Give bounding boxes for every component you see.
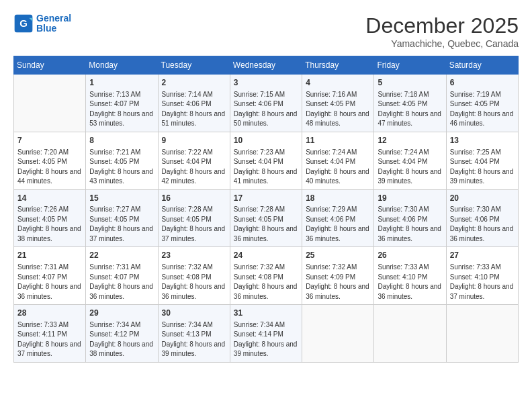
weekday-header-cell: Monday xyxy=(86,56,158,75)
calendar-day-cell: 11Sunrise: 7:24 AMSunset: 4:04 PMDayligh… xyxy=(302,132,374,189)
day-detail: Sunrise: 7:31 AMSunset: 4:07 PMDaylight:… xyxy=(17,263,82,302)
calendar-week-row: 1Sunrise: 7:13 AMSunset: 4:07 PMDaylight… xyxy=(14,75,519,132)
day-detail: Sunrise: 7:14 AMSunset: 4:06 PMDaylight:… xyxy=(162,90,226,129)
day-detail: Sunrise: 7:30 AMSunset: 4:06 PMDaylight:… xyxy=(450,205,515,244)
day-number: 16 xyxy=(162,193,226,204)
day-number: 14 xyxy=(17,193,82,204)
calendar-day-cell: 29Sunrise: 7:34 AMSunset: 4:12 PMDayligh… xyxy=(86,305,158,363)
day-detail: Sunrise: 7:34 AMSunset: 4:13 PMDaylight:… xyxy=(162,320,226,359)
calendar-day-cell: 10Sunrise: 7:23 AMSunset: 4:04 PMDayligh… xyxy=(230,132,302,189)
calendar-day-cell: 2Sunrise: 7:14 AMSunset: 4:06 PMDaylight… xyxy=(158,75,230,132)
calendar-day-cell: 20Sunrise: 7:30 AMSunset: 4:06 PMDayligh… xyxy=(446,189,518,247)
page-header: G General Blue December 2025 Yamachiche,… xyxy=(13,13,519,49)
calendar-day-cell: 27Sunrise: 7:33 AMSunset: 4:10 PMDayligh… xyxy=(446,247,518,305)
logo: G General Blue xyxy=(13,13,71,34)
day-detail: Sunrise: 7:34 AMSunset: 4:14 PMDaylight:… xyxy=(234,320,298,359)
day-number: 9 xyxy=(162,135,226,146)
day-number: 8 xyxy=(89,135,154,146)
day-number: 3 xyxy=(234,77,298,89)
calendar-day-cell: 28Sunrise: 7:33 AMSunset: 4:11 PMDayligh… xyxy=(14,305,86,363)
day-number: 23 xyxy=(162,250,226,261)
calendar-day-cell: 12Sunrise: 7:24 AMSunset: 4:04 PMDayligh… xyxy=(374,132,446,189)
day-detail: Sunrise: 7:31 AMSunset: 4:07 PMDaylight:… xyxy=(89,263,154,302)
day-detail: Sunrise: 7:28 AMSunset: 4:05 PMDaylight:… xyxy=(234,205,298,244)
calendar-day-cell: 21Sunrise: 7:31 AMSunset: 4:07 PMDayligh… xyxy=(14,247,86,305)
calendar-day-cell: 23Sunrise: 7:32 AMSunset: 4:08 PMDayligh… xyxy=(158,247,230,305)
svg-text:G: G xyxy=(19,17,28,29)
logo-line2: Blue xyxy=(36,23,56,34)
calendar-day-cell: 3Sunrise: 7:15 AMSunset: 4:06 PMDaylight… xyxy=(230,75,302,132)
calendar-day-cell: 24Sunrise: 7:32 AMSunset: 4:08 PMDayligh… xyxy=(230,247,302,305)
day-detail: Sunrise: 7:26 AMSunset: 4:05 PMDaylight:… xyxy=(17,205,82,244)
day-detail: Sunrise: 7:20 AMSunset: 4:05 PMDaylight:… xyxy=(17,148,82,187)
day-number: 2 xyxy=(162,77,226,89)
calendar-week-row: 28Sunrise: 7:33 AMSunset: 4:11 PMDayligh… xyxy=(14,305,519,363)
day-detail: Sunrise: 7:29 AMSunset: 4:06 PMDaylight:… xyxy=(306,205,370,244)
day-detail: Sunrise: 7:22 AMSunset: 4:04 PMDaylight:… xyxy=(162,148,226,187)
weekday-header-cell: Sunday xyxy=(14,56,86,75)
weekday-header-row: SundayMondayTuesdayWednesdayThursdayFrid… xyxy=(14,56,519,75)
calendar-day-cell: 30Sunrise: 7:34 AMSunset: 4:13 PMDayligh… xyxy=(158,305,230,363)
day-detail: Sunrise: 7:34 AMSunset: 4:12 PMDaylight:… xyxy=(89,320,154,359)
day-detail: Sunrise: 7:24 AMSunset: 4:04 PMDaylight:… xyxy=(306,148,370,187)
title-block: December 2025 Yamachiche, Quebec, Canada xyxy=(365,13,519,49)
weekday-header-cell: Wednesday xyxy=(230,56,302,75)
day-detail: Sunrise: 7:30 AMSunset: 4:06 PMDaylight:… xyxy=(378,205,442,244)
calendar-day-cell: 8Sunrise: 7:21 AMSunset: 4:05 PMDaylight… xyxy=(86,132,158,189)
day-number: 13 xyxy=(450,135,515,146)
day-number: 24 xyxy=(234,250,298,261)
calendar-day-cell: 1Sunrise: 7:13 AMSunset: 4:07 PMDaylight… xyxy=(86,75,158,132)
subtitle: Yamachiche, Quebec, Canada xyxy=(365,38,519,49)
day-number: 22 xyxy=(89,250,154,261)
calendar-day-cell: 4Sunrise: 7:16 AMSunset: 4:05 PMDaylight… xyxy=(302,75,374,132)
day-detail: Sunrise: 7:25 AMSunset: 4:04 PMDaylight:… xyxy=(450,148,515,187)
day-detail: Sunrise: 7:24 AMSunset: 4:04 PMDaylight:… xyxy=(378,148,442,187)
calendar-table: SundayMondayTuesdayWednesdayThursdayFrid… xyxy=(13,56,519,363)
calendar-week-row: 14Sunrise: 7:26 AMSunset: 4:05 PMDayligh… xyxy=(14,189,519,247)
calendar-week-row: 7Sunrise: 7:20 AMSunset: 4:05 PMDaylight… xyxy=(14,132,519,189)
calendar-day-cell: 14Sunrise: 7:26 AMSunset: 4:05 PMDayligh… xyxy=(14,189,86,247)
day-number: 4 xyxy=(306,77,370,89)
calendar-day-cell: 15Sunrise: 7:27 AMSunset: 4:05 PMDayligh… xyxy=(86,189,158,247)
day-detail: Sunrise: 7:21 AMSunset: 4:05 PMDaylight:… xyxy=(89,148,154,187)
logo-text: General Blue xyxy=(36,13,71,34)
calendar-day-cell: 19Sunrise: 7:30 AMSunset: 4:06 PMDayligh… xyxy=(374,189,446,247)
day-detail: Sunrise: 7:23 AMSunset: 4:04 PMDaylight:… xyxy=(234,148,298,187)
day-number: 25 xyxy=(306,250,370,261)
calendar-day-cell: 5Sunrise: 7:18 AMSunset: 4:05 PMDaylight… xyxy=(374,75,446,132)
day-detail: Sunrise: 7:18 AMSunset: 4:05 PMDaylight:… xyxy=(378,90,442,129)
day-detail: Sunrise: 7:32 AMSunset: 4:08 PMDaylight:… xyxy=(234,263,298,302)
day-number: 15 xyxy=(89,193,154,204)
calendar-day-cell: 6Sunrise: 7:19 AMSunset: 4:05 PMDaylight… xyxy=(446,75,518,132)
day-detail: Sunrise: 7:33 AMSunset: 4:11 PMDaylight:… xyxy=(17,320,82,359)
calendar-day-cell: 18Sunrise: 7:29 AMSunset: 4:06 PMDayligh… xyxy=(302,189,374,247)
calendar-day-cell: 7Sunrise: 7:20 AMSunset: 4:05 PMDaylight… xyxy=(14,132,86,189)
day-detail: Sunrise: 7:16 AMSunset: 4:05 PMDaylight:… xyxy=(306,90,370,129)
calendar-day-cell: 9Sunrise: 7:22 AMSunset: 4:04 PMDaylight… xyxy=(158,132,230,189)
day-number: 1 xyxy=(89,77,154,89)
weekday-header-cell: Tuesday xyxy=(158,56,230,75)
calendar-body: 1Sunrise: 7:13 AMSunset: 4:07 PMDaylight… xyxy=(14,75,519,363)
calendar-day-cell: 13Sunrise: 7:25 AMSunset: 4:04 PMDayligh… xyxy=(446,132,518,189)
day-number: 21 xyxy=(17,250,82,261)
day-detail: Sunrise: 7:19 AMSunset: 4:05 PMDaylight:… xyxy=(450,90,515,129)
month-title: December 2025 xyxy=(365,13,519,38)
day-number: 31 xyxy=(234,308,298,319)
day-number: 11 xyxy=(306,135,370,146)
day-detail: Sunrise: 7:15 AMSunset: 4:06 PMDaylight:… xyxy=(234,90,298,129)
day-number: 5 xyxy=(378,77,442,89)
weekday-header-cell: Thursday xyxy=(302,56,374,75)
day-number: 17 xyxy=(234,193,298,204)
day-number: 20 xyxy=(450,193,515,204)
day-number: 10 xyxy=(234,135,298,146)
day-number: 26 xyxy=(378,250,442,261)
calendar-day-cell: 17Sunrise: 7:28 AMSunset: 4:05 PMDayligh… xyxy=(230,189,302,247)
day-number: 6 xyxy=(450,77,515,89)
calendar-day-cell: 31Sunrise: 7:34 AMSunset: 4:14 PMDayligh… xyxy=(230,305,302,363)
logo-icon: G xyxy=(13,13,34,34)
day-number: 7 xyxy=(17,135,82,146)
day-number: 29 xyxy=(89,308,154,319)
calendar-day-cell xyxy=(374,305,446,363)
day-number: 30 xyxy=(162,308,226,319)
day-detail: Sunrise: 7:32 AMSunset: 4:09 PMDaylight:… xyxy=(306,263,370,302)
